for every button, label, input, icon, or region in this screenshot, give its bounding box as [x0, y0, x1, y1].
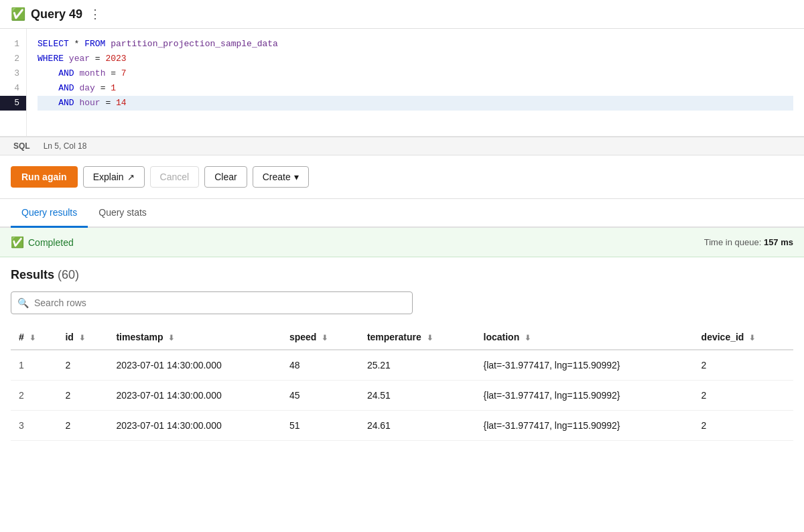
table-cell-row_num: 3	[11, 411, 57, 441]
line-number-1: 1	[0, 37, 26, 52]
results-table: # ⬇ id ⬇ timestamp ⬇ speed ⬇	[11, 325, 793, 441]
table-cell-id: 2	[57, 411, 108, 441]
cancel-button: Cancel	[150, 166, 200, 188]
code-line-3: AND month = 7	[38, 66, 793, 81]
col-header-timestamp[interactable]: timestamp ⬇	[108, 325, 281, 350]
col-header-row-num[interactable]: # ⬇	[11, 325, 57, 350]
table-row: 122023-07-01 14:30:00.0004825.21{lat=-31…	[11, 350, 793, 381]
col-header-temperature[interactable]: temperature ⬇	[359, 325, 476, 350]
clear-button[interactable]: Clear	[204, 166, 247, 188]
query-title: Query 49	[31, 7, 82, 21]
table-cell-timestamp: 2023-07-01 14:30:00.000	[108, 411, 281, 441]
sort-icon-device-id: ⬇	[749, 334, 755, 342]
table-row: 222023-07-01 14:30:00.0004524.51{lat=-31…	[11, 381, 793, 411]
search-input[interactable]	[11, 291, 413, 314]
line-number-5: 5	[0, 96, 26, 111]
col-header-device-id[interactable]: device_id ⬇	[693, 325, 793, 350]
code-line-1: SELECT * FROM partition_projection_sampl…	[38, 37, 793, 52]
time-in-queue: Time in queue: 157 ms	[704, 237, 793, 247]
table-cell-device_id: 2	[693, 381, 793, 411]
results-section: Results (60) 🔍 # ⬇ id ⬇ timestamp	[0, 257, 804, 452]
search-container: 🔍	[11, 291, 793, 314]
query-toolbar: Run again Explain ↗ Cancel Clear Create …	[0, 155, 804, 199]
time-label: Time in queue:	[704, 237, 762, 247]
col-header-speed[interactable]: speed ⬇	[281, 325, 359, 350]
sort-icon-location: ⬇	[525, 334, 531, 342]
table-cell-speed: 51	[281, 411, 359, 441]
sort-icon-speed: ⬇	[322, 334, 328, 342]
query-header: ✅ Query 49 ⋮	[0, 0, 804, 29]
sort-icon-id: ⬇	[79, 334, 85, 342]
menu-icon[interactable]: ⋮	[89, 7, 101, 21]
time-value: 157 ms	[764, 237, 793, 247]
completed-status: ✅ Completed	[11, 236, 74, 249]
explain-label: Explain	[93, 172, 124, 182]
line-numbers: 1 2 3 4 5	[0, 29, 27, 136]
create-label: Create	[263, 172, 291, 182]
sort-icon-row-num: ⬇	[29, 334, 36, 342]
code-editor: 1 2 3 4 5 SELECT * FROM partition_projec…	[0, 29, 804, 137]
external-link-icon: ↗	[127, 172, 135, 182]
table-cell-id: 2	[57, 381, 108, 411]
table-row: 322023-07-01 14:30:00.0005124.61{lat=-31…	[11, 411, 793, 441]
explain-button[interactable]: Explain ↗	[83, 166, 145, 188]
completion-status-row: ✅ Completed Time in queue: 157 ms	[0, 228, 804, 257]
table-cell-row_num: 1	[11, 350, 57, 381]
line-number-2: 2	[0, 52, 26, 66]
table-cell-timestamp: 2023-07-01 14:30:00.000	[108, 381, 281, 411]
table-cell-device_id: 2	[693, 411, 793, 441]
table-cell-temperature: 24.61	[359, 411, 476, 441]
results-title: Results (60)	[11, 268, 793, 282]
results-count: (60)	[58, 268, 79, 281]
table-cell-location: {lat=-31.977417, lng=115.90992}	[476, 411, 693, 441]
table-header-row: # ⬇ id ⬇ timestamp ⬇ speed ⬇	[11, 325, 793, 350]
code-line-5: AND hour = 14	[38, 96, 793, 111]
completed-label: Completed	[28, 237, 74, 248]
code-line-4: AND day = 1	[38, 81, 793, 96]
results-table-container: # ⬇ id ⬇ timestamp ⬇ speed ⬇	[11, 325, 793, 441]
table-cell-id: 2	[57, 350, 108, 381]
completed-check-icon: ✅	[11, 236, 24, 249]
table-cell-temperature: 24.51	[359, 381, 476, 411]
editor-cursor-position: Ln 5, Col 18	[44, 141, 87, 151]
run-again-button[interactable]: Run again	[11, 166, 78, 188]
code-line-2: WHERE year = 2023	[38, 52, 793, 66]
results-tabs: Query results Query stats	[0, 199, 804, 228]
line-number-4: 4	[0, 81, 26, 96]
sort-icon-temperature: ⬇	[427, 334, 433, 342]
table-cell-location: {lat=-31.977417, lng=115.90992}	[476, 381, 693, 411]
check-circle-icon: ✅	[11, 7, 25, 21]
results-table-body: 122023-07-01 14:30:00.0004825.21{lat=-31…	[11, 350, 793, 441]
search-icon: 🔍	[17, 297, 29, 308]
create-button[interactable]: Create ▾	[253, 166, 309, 188]
table-cell-row_num: 2	[11, 381, 57, 411]
table-cell-speed: 48	[281, 350, 359, 381]
sort-icon-timestamp: ⬇	[168, 334, 174, 342]
chevron-down-icon: ▾	[294, 172, 299, 182]
col-header-location[interactable]: location ⬇	[476, 325, 693, 350]
table-cell-timestamp: 2023-07-01 14:30:00.000	[108, 350, 281, 381]
col-header-id[interactable]: id ⬇	[57, 325, 108, 350]
table-cell-location: {lat=-31.977417, lng=115.90992}	[476, 350, 693, 381]
table-cell-device_id: 2	[693, 350, 793, 381]
code-lines[interactable]: SELECT * FROM partition_projection_sampl…	[27, 29, 804, 136]
tab-query-stats[interactable]: Query stats	[88, 199, 157, 228]
editor-status-bar: SQL Ln 5, Col 18	[0, 137, 804, 155]
tab-query-results[interactable]: Query results	[11, 199, 88, 228]
table-cell-speed: 45	[281, 381, 359, 411]
editor-language: SQL	[13, 141, 30, 151]
table-cell-temperature: 25.21	[359, 350, 476, 381]
line-number-3: 3	[0, 66, 26, 81]
